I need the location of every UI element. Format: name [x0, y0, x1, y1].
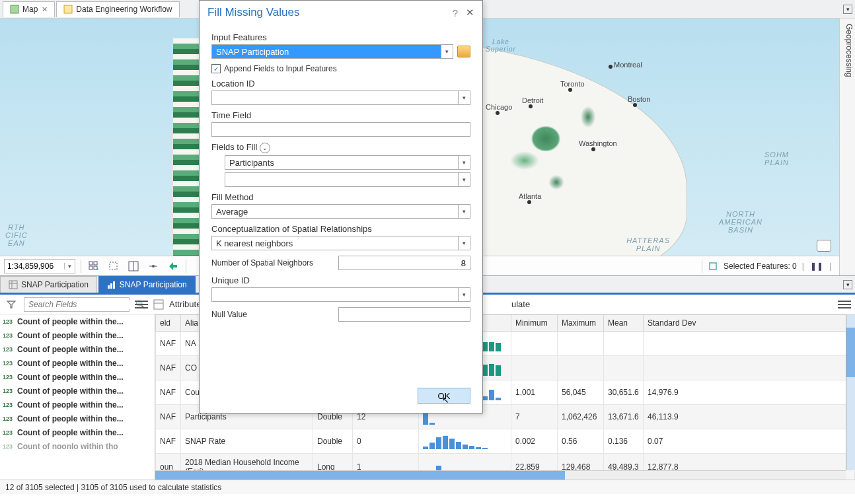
chevron-down-icon[interactable]: ⌄ [260, 143, 270, 153]
dir-tool[interactable] [166, 259, 180, 273]
menu-icon[interactable] [838, 299, 851, 310]
close-icon[interactable]: ✕ [466, 7, 474, 18]
num-neighbors-input[interactable] [338, 256, 470, 270]
svg-rect-4 [89, 266, 93, 270]
menu-icon[interactable] [135, 299, 148, 310]
numeric-icon: 123 [3, 318, 15, 325]
filter-icon[interactable] [4, 297, 19, 312]
table-icon [9, 280, 18, 289]
fill-method-combo[interactable]: Average▾ [211, 204, 470, 219]
table-row[interactable]: NAFSNAP RateDouble00.0020.560.1360.07 [156, 429, 855, 454]
grid-tool[interactable]: + [87, 259, 101, 273]
col-max[interactable]: Maximum [558, 315, 604, 332]
svg-rect-3 [94, 262, 97, 265]
snap-tool[interactable] [146, 259, 161, 273]
chevron-down-icon[interactable]: ▾ [458, 205, 470, 218]
col-min[interactable]: Minimum [511, 315, 558, 332]
popup-icon[interactable] [817, 240, 831, 252]
map-icon [10, 5, 19, 14]
ocean-label: RTH CIFIC EAN [5, 223, 28, 247]
chevron-down-icon[interactable]: ▾ [458, 173, 470, 186]
select-tool[interactable] [106, 259, 121, 273]
table-icon [153, 299, 164, 310]
pause-icon[interactable]: ❚❚ [809, 259, 824, 273]
tab-label: Map [22, 5, 38, 14]
append-checkbox[interactable]: ✓ [211, 64, 221, 73]
svg-rect-13 [9, 281, 17, 289]
svg-text:+: + [96, 266, 99, 271]
tab-label: SNAP Participation [120, 280, 187, 289]
label-unique-id: Unique ID [211, 275, 470, 285]
selected-features-label: Selected Features: 0 [724, 262, 797, 271]
unique-id-combo[interactable]: ▾ [211, 287, 470, 302]
collapse-icon[interactable]: ▾ [843, 5, 852, 14]
search-input[interactable] [24, 300, 132, 309]
input-features-combo[interactable]: SNAP Participation▾ [211, 44, 453, 59]
city-label: Detroit [522, 96, 543, 104]
list-item[interactable]: 123Count of people within the... [0, 370, 155, 384]
close-icon[interactable]: ✕ [42, 5, 48, 14]
svg-rect-1 [64, 5, 72, 13]
label-append: Append Fields to Input Features [224, 64, 337, 73]
tab-snap-table[interactable]: SNAP Participation [0, 276, 97, 293]
location-id-combo[interactable]: ▾ [211, 90, 470, 105]
tab-workflow[interactable]: Data Engineering Workflow [56, 1, 179, 17]
svg-rect-7 [110, 262, 117, 270]
tab-snap-stats[interactable]: SNAP Participation [98, 276, 196, 293]
tab-map[interactable]: Map ✕ [3, 1, 55, 17]
svg-rect-2 [89, 262, 93, 265]
stats-icon [107, 280, 116, 289]
list-item[interactable]: 123Count of people within the... [0, 384, 155, 398]
search-fields[interactable]: 🔍 [24, 297, 130, 312]
chevron-down-icon[interactable]: ▾ [458, 236, 470, 250]
list-item[interactable]: 123Count of noonlo within tho [0, 439, 155, 453]
dialog-titlebar[interactable]: Fill Missing Values ? ✕ [200, 1, 482, 24]
numeric-icon: 123 [3, 429, 15, 436]
col-std[interactable]: Standard Dev [644, 315, 855, 332]
list-item[interactable]: 123Count of people within the... [0, 398, 155, 412]
browse-folder-icon[interactable] [457, 46, 470, 57]
status-text: 12 of 3105 selected | 3105 of 3105 used … [5, 483, 221, 492]
scale-input[interactable] [5, 262, 64, 271]
svg-point-11 [152, 265, 155, 268]
label-input-features: Input Features [211, 32, 470, 42]
collapse-icon[interactable]: ▾ [843, 280, 852, 289]
field-list[interactable]: 123Count of people within the... 123Coun… [0, 314, 155, 480]
list-item[interactable]: 123Count of people within the... [0, 328, 155, 342]
chevron-down-icon[interactable]: ▾ [458, 288, 470, 301]
col-field[interactable]: eld [156, 315, 181, 332]
geoprocessing-panel[interactable]: Geoprocessing [839, 18, 855, 276]
layout-tool[interactable] [126, 259, 141, 273]
chevron-down-icon[interactable]: ▾ [64, 263, 75, 270]
time-field-input[interactable] [211, 122, 470, 137]
list-item[interactable]: 123Count of people within the... [0, 425, 155, 439]
list-item[interactable]: 123Count of people within the... [0, 342, 155, 356]
svg-rect-17 [110, 283, 112, 289]
numeric-icon: 123 [3, 374, 15, 380]
tab-label: Data Engineering Workflow [76, 5, 172, 14]
ok-button[interactable]: OK↖ [418, 388, 470, 404]
field-to-fill-combo-2[interactable]: ▾ [225, 172, 470, 187]
numeric-icon: 123 [3, 443, 15, 450]
ocean-label: HATTERAS PLAIN [626, 236, 670, 252]
numeric-icon: 123 [3, 346, 15, 353]
chevron-down-icon[interactable]: ▾ [458, 156, 470, 169]
list-item[interactable]: 123Count of people within the... [0, 412, 155, 425]
null-value-input[interactable] [338, 307, 470, 322]
map-scale[interactable]: ▾ [4, 259, 75, 273]
list-item[interactable]: 123Count of people within the... [0, 356, 155, 370]
col-mean[interactable]: Mean [604, 315, 644, 332]
chevron-down-icon[interactable]: ▾ [441, 45, 453, 58]
field-to-fill-combo[interactable]: Participants▾ [225, 155, 470, 170]
horizontal-scrollbar[interactable] [155, 470, 846, 480]
list-item[interactable]: 123Count of people within the... [0, 314, 155, 328]
help-icon[interactable]: ? [453, 7, 458, 18]
label-null-value: Null Value [211, 310, 247, 319]
vertical-scrollbar[interactable] [846, 314, 855, 470]
chevron-down-icon[interactable]: ▾ [458, 91, 470, 104]
city-label: Chicago [486, 103, 512, 111]
spatial-rel-combo[interactable]: K nearest neighbors▾ [211, 236, 470, 250]
label-fill-method: Fill Method [211, 192, 470, 202]
svg-rect-16 [108, 285, 110, 289]
ocean-label: NORTH AMERICAN BASIN [719, 210, 762, 234]
